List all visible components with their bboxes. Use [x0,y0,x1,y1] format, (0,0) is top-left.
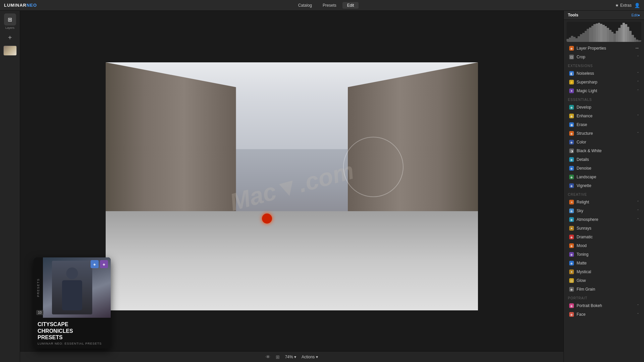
preset-card-title: CITYSCAPECHRONICLESPRESETS [38,321,107,341]
preset-card-number: 10 [36,310,43,315]
tool-item-mood[interactable]: ◈ Mood [565,242,643,250]
mood-icon: ◈ [569,243,574,248]
preset-icon-blue: ◈ [91,260,99,268]
tool-item-color[interactable]: ◈ Color [565,138,643,146]
black-white-icon: ◑ [569,148,574,153]
tool-item-vignette[interactable]: ◈ Vignette [565,182,643,190]
color-icon: ◈ [569,140,574,144]
right-panel: Tools Edit● [564,11,644,362]
creative-label: Creative [564,190,644,198]
topbar: LUMINARNEO Catalog Presets Edit ★ Extras… [0,0,644,11]
details-label: Details [577,157,639,162]
preset-card-person [52,261,92,314]
vignette-icon: ◈ [569,183,574,188]
toning-label: Toning [577,252,639,257]
preset-card-label: CITYSCAPECHRONICLESPRESETS LUMINAR NEO: … [34,318,111,349]
traffic-light [262,214,272,224]
tool-item-relight[interactable]: ☀ Relight ʺ [565,198,643,206]
tool-item-dramatic[interactable]: ◈ Dramatic [565,233,643,241]
tool-item-denoise[interactable]: ◈ Denoise [565,164,643,172]
zoom-display[interactable]: 74% ▾ [285,355,296,359]
supersharp-label: Supersharp [577,80,635,84]
canvas-area[interactable]: Mac▼.com PRESETS ◈ ◈ [20,11,564,362]
topbar-right: ★ Extras 👤 [615,3,640,8]
layers-icon[interactable]: ⊞ [276,354,280,360]
enhance-icon: ◈ [569,114,574,118]
catalog-nav-btn[interactable]: Catalog [293,2,317,9]
glow-label: Glow [577,278,639,283]
tool-item-atmosphere[interactable]: ◈ Atmosphere ʺ [565,216,643,224]
magic-light-icon: ✦ [569,88,574,93]
tool-item-matte[interactable]: ◈ Matte [565,259,643,267]
noiseless-icon: ◧ [569,71,574,76]
tool-item-structure[interactable]: ◈ Structure ʺ [565,129,643,137]
tool-item-develop[interactable]: ◈ Develop [565,103,643,111]
bottom-bar: 👁 ⊞ 74% ▾ Actions ▾ [20,351,564,362]
sky-label: Sky [577,208,635,213]
enhance-label: Enhance [577,114,635,118]
edit-nav-btn[interactable]: Edit [342,2,359,9]
tool-item-mystical[interactable]: ✦ Mystical [565,268,643,276]
layer-thumbnail[interactable] [3,46,17,56]
tool-item-noiseless[interactable]: ◧ Noiseless ʺ [565,69,643,77]
tool-item-supersharp[interactable]: ⚡ Supersharp ʺ [565,78,643,86]
structure-label: Structure [577,131,635,136]
dramatic-icon: ◈ [569,235,574,239]
tool-item-crop[interactable]: ⊡ Crop ʺ [565,53,643,61]
magic-light-label: Magic Light [577,88,635,93]
layers-label: Layers [5,26,14,29]
crop-label: Crop [577,55,635,59]
dramatic-label: Dramatic [577,235,639,239]
landscape-label: Landscape [577,175,639,179]
tool-item-erase[interactable]: ◉ Erase [565,121,643,129]
face-label: Face [577,312,635,317]
app-logo: LUMINARNEO [4,3,37,8]
supersharp-icon: ⚡ [569,80,574,84]
add-layer-button[interactable]: + [4,32,16,44]
denoise-label: Denoise [577,166,639,171]
tool-item-portrait-bokeh[interactable]: ◈ Portrait Bokeh ʺ [565,302,643,310]
tool-item-magic-light[interactable]: ✦ Magic Light ʺ [565,87,643,95]
main-area: ⊞ Layers + Mac▼.com PRESETS [0,11,644,362]
extras-button[interactable]: ★ Extras [615,3,632,8]
tool-item-details[interactable]: ◈ Details [565,156,643,164]
film-grain-icon: ◈ [569,287,574,292]
matte-icon: ◈ [569,261,574,265]
tool-item-glow[interactable]: ◎ Glow [565,277,643,285]
tool-item-landscape[interactable]: ◈ Landscape [565,173,643,181]
tool-item-sunrays[interactable]: ✦ Sunrays [565,224,643,232]
preset-card-tag: LUMINAR NEO: ESSENTIAL PRESETS [38,342,107,345]
tool-item-face[interactable]: ◈ Face ʺ [565,310,643,318]
portrait-bokeh-icon: ◈ [569,303,574,308]
photo-background: Mac▼.com [106,62,478,310]
portrait-bokeh-label: Portrait Bokeh [577,303,635,308]
histogram [567,22,641,42]
preset-card-icons: ◈ ◈ [91,260,108,268]
mood-label: Mood [577,243,639,248]
preset-icon-purple: ◈ [100,260,108,268]
film-grain-label: Film Grain [577,287,639,292]
tool-item-layer-properties[interactable]: ◈ Layer Properties ••• [565,44,643,52]
panel-edit-button[interactable]: Edit● [631,13,640,17]
atmosphere-icon: ◈ [569,217,574,222]
tool-item-sky[interactable]: ◈ Sky ʺ [565,207,643,215]
tool-item-black-white[interactable]: ◑ Black & White [565,147,643,155]
actions-button[interactable]: Actions ▾ [302,355,318,359]
layers-sidebar-icon[interactable]: ⊞ [4,13,16,25]
eye-icon[interactable]: 👁 [266,354,270,360]
sunrays-label: Sunrays [577,226,639,231]
develop-icon: ◈ [569,105,574,110]
topbar-nav: Catalog Presets Edit [293,2,359,9]
tool-item-enhance[interactable]: ◈ Enhance ʺ [565,112,643,120]
tool-item-film-grain[interactable]: ◈ Film Grain [565,285,643,293]
panel-title: Tools [568,13,578,17]
tool-item-toning[interactable]: ◈ Toning [565,250,643,258]
develop-label: Develop [577,105,639,110]
topbar-left: LUMINARNEO [4,3,37,8]
layer-properties-label: Layer Properties [577,46,633,51]
user-icon[interactable]: 👤 [634,3,640,8]
glow-icon: ◎ [569,278,574,283]
left-sidebar: ⊞ Layers + [0,11,20,362]
presets-nav-btn[interactable]: Presets [318,2,341,9]
vignette-label: Vignette [577,183,639,188]
